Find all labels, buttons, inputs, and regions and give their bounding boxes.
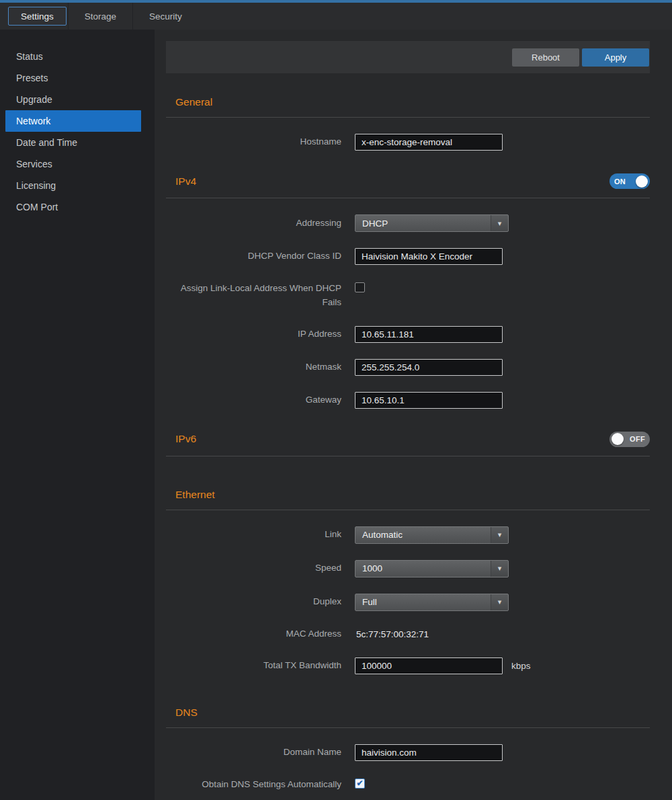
toggle-knob xyxy=(612,433,624,445)
action-toolbar: Reboot Apply xyxy=(166,41,650,73)
vendor-class-row: DHCP Vendor Class ID xyxy=(166,248,650,265)
obtain-dns-row: Obtain DNS Settings Automatically ✔ xyxy=(166,777,650,792)
chevron-down-icon: ▾ xyxy=(491,527,508,543)
hostname-input[interactable] xyxy=(355,134,503,151)
sidebar-item-services[interactable]: Services xyxy=(0,153,155,175)
duplex-label: Duplex xyxy=(166,595,355,609)
tab-security[interactable]: Security xyxy=(132,3,198,30)
vendor-class-input[interactable] xyxy=(355,248,503,265)
hostname-label: Hostname xyxy=(166,135,355,149)
speed-value: 1000 xyxy=(355,563,491,573)
netmask-label: Netmask xyxy=(166,360,355,374)
link-value: Automatic xyxy=(355,530,491,540)
chevron-down-icon: ▾ xyxy=(491,215,508,231)
domain-name-input[interactable] xyxy=(355,744,503,761)
mac-address-row: MAC Address 5c:77:57:00:32:71 xyxy=(166,627,650,641)
addressing-row: Addressing DHCP ▾ xyxy=(166,214,650,232)
obtain-dns-label: Obtain DNS Settings Automatically xyxy=(166,778,355,792)
duplex-value: Full xyxy=(355,597,491,607)
addressing-label: Addressing xyxy=(166,216,355,231)
gateway-row: Gateway xyxy=(166,392,650,409)
section-ipv4: IPv4 ON Addressing DHCP ▾ DHCP Vendor Cl… xyxy=(166,169,650,409)
addressing-value: DHCP xyxy=(355,218,491,229)
tab-storage[interactable]: Storage xyxy=(68,3,132,30)
netmask-row: Netmask xyxy=(166,359,650,376)
speed-dropdown[interactable]: 1000 ▾ xyxy=(355,560,509,577)
bandwidth-input[interactable] xyxy=(355,657,503,674)
link-dropdown[interactable]: Automatic ▾ xyxy=(355,526,509,544)
link-label: Link xyxy=(166,528,355,542)
mac-address-label: MAC Address xyxy=(166,627,355,641)
bandwidth-row: Total TX Bandwidth kbps xyxy=(166,657,650,674)
sidebar: Status Presets Upgrade Network Date and … xyxy=(0,30,155,800)
speed-row: Speed 1000 ▾ xyxy=(166,560,650,577)
duplex-row: Duplex Full ▾ xyxy=(166,594,650,611)
ipv4-toggle[interactable]: ON xyxy=(610,173,650,189)
apply-button[interactable]: Apply xyxy=(582,48,649,67)
section-title-ipv6: IPv6 xyxy=(175,433,196,445)
link-local-label: Assign Link-Local Address When DHCP Fail… xyxy=(166,282,355,310)
gateway-input[interactable] xyxy=(355,392,503,409)
gateway-label: Gateway xyxy=(166,393,355,407)
reboot-button[interactable]: Reboot xyxy=(512,48,579,67)
section-dns: DNS Domain Name Obtain DNS Settings Auto… xyxy=(166,703,650,792)
sidebar-item-upgrade[interactable]: Upgrade xyxy=(0,89,155,110)
link-row: Link Automatic ▾ xyxy=(166,526,650,544)
duplex-dropdown[interactable]: Full ▾ xyxy=(355,594,509,611)
ipv4-toggle-label: ON xyxy=(612,177,628,186)
ip-address-row: IP Address xyxy=(166,326,650,343)
top-tab-bar: Settings Storage Security xyxy=(0,0,672,30)
section-ipv6: IPv6 OFF xyxy=(166,428,650,456)
sidebar-item-presets[interactable]: Presets xyxy=(0,67,155,89)
section-title-ethernet: Ethernet xyxy=(175,489,215,501)
chevron-down-icon: ▾ xyxy=(491,561,508,577)
ip-address-label: IP Address xyxy=(166,327,355,342)
vendor-class-label: DHCP Vendor Class ID xyxy=(166,249,355,264)
hostname-row: Hostname xyxy=(166,134,650,151)
mac-address-value: 5c:77:57:00:32:71 xyxy=(355,629,429,639)
sidebar-item-com-port[interactable]: COM Port xyxy=(0,196,155,218)
ipv6-toggle[interactable]: OFF xyxy=(610,432,650,447)
section-title-ipv4: IPv4 xyxy=(175,175,196,188)
section-title-dns: DNS xyxy=(175,707,198,719)
link-local-row: Assign Link-Local Address When DHCP Fail… xyxy=(166,281,650,310)
obtain-dns-checkbox[interactable]: ✔ xyxy=(355,778,365,789)
ipv6-toggle-label: OFF xyxy=(627,435,648,443)
domain-name-row: Domain Name xyxy=(166,744,650,761)
sidebar-item-date-and-time[interactable]: Date and Time xyxy=(0,132,155,153)
ip-address-input[interactable] xyxy=(355,326,503,343)
tab-settings[interactable]: Settings xyxy=(8,7,67,26)
sidebar-item-licensing[interactable]: Licensing xyxy=(0,175,155,196)
section-ethernet: Ethernet Link Automatic ▾ Speed 1000 ▾ D… xyxy=(166,485,650,674)
domain-name-label: Domain Name xyxy=(166,746,355,760)
addressing-dropdown[interactable]: DHCP ▾ xyxy=(355,214,509,232)
sidebar-item-network[interactable]: Network xyxy=(5,110,141,132)
chevron-down-icon: ▾ xyxy=(491,594,508,610)
bandwidth-label: Total TX Bandwidth xyxy=(166,659,355,673)
bandwidth-unit: kbps xyxy=(511,661,531,671)
link-local-checkbox[interactable] xyxy=(355,282,365,292)
section-general: General Hostname xyxy=(166,92,650,151)
network-settings-page: Reboot Apply General Hostname IPv4 ON xyxy=(155,30,672,800)
sidebar-item-status[interactable]: Status xyxy=(0,46,155,67)
speed-label: Speed xyxy=(166,561,355,575)
toggle-knob xyxy=(636,175,648,188)
netmask-input[interactable] xyxy=(355,359,503,376)
section-title-general: General xyxy=(175,96,212,108)
